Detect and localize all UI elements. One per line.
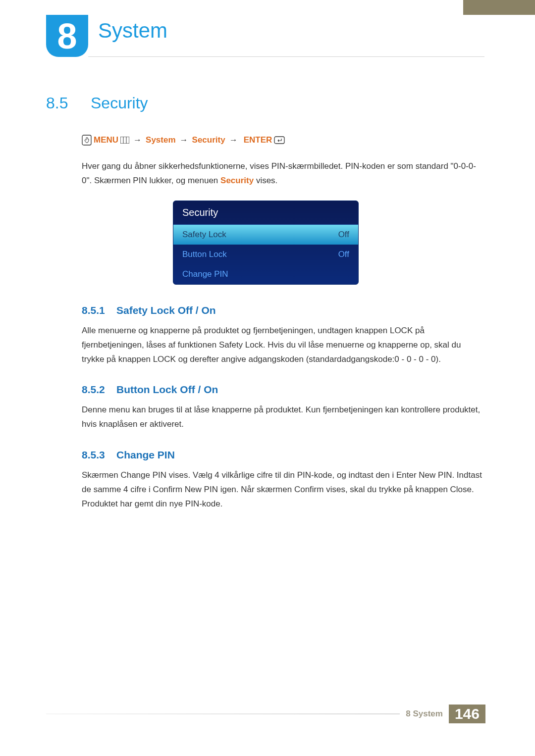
- menu-row-value: Off: [338, 230, 349, 240]
- subsection-heading: 8.5.1 Safety Lock Off / On: [82, 304, 485, 316]
- subsection-heading: 8.5.2 Button Lock Off / On: [82, 384, 485, 396]
- lock-word-2: LOCK: [153, 354, 176, 364]
- text: igen. Når skærmen Confirm vises, skal du…: [218, 485, 450, 494]
- menu-row-change-pin[interactable]: Change PIN: [173, 264, 358, 284]
- menu-row-label: Button Lock: [182, 250, 227, 259]
- svg-rect-1: [120, 137, 129, 144]
- subsection-title: Button Lock Off / On: [116, 384, 218, 396]
- intro-security-word: Security: [220, 176, 254, 185]
- subsection-number: 8.5.2: [82, 384, 116, 396]
- top-accent-bar: [463, 0, 535, 15]
- footer-page-number: 146: [449, 705, 485, 723]
- menu-row-safety-lock[interactable]: Safety Lock Off: [173, 225, 358, 245]
- text: og derefter angive adgangskoden (standar…: [176, 354, 441, 364]
- subsection-title: Safety Lock Off / On: [116, 304, 216, 316]
- text: vises. Vælg 4 vilkårlige cifre til din P…: [166, 470, 396, 480]
- svg-rect-4: [274, 137, 284, 144]
- content-area: 8.5 Security MENU → System → Security → …: [46, 94, 485, 529]
- hand-click-icon: [82, 135, 92, 146]
- chapter-number: 8: [57, 18, 77, 54]
- menu-row-value: Off: [338, 250, 349, 259]
- section-title: Security: [91, 94, 148, 112]
- header-divider: [88, 56, 484, 57]
- text: Skærmen: [82, 470, 120, 480]
- close-word: Close: [450, 485, 472, 494]
- intro-text-a: Hver gang du åbner sikkerhedsfunktionern…: [82, 161, 476, 185]
- subsection-title: Change PIN: [116, 449, 175, 461]
- subsection-change-pin: 8.5.3 Change PIN Skærmen Change PIN vise…: [82, 449, 485, 511]
- subsection-paragraph: Skærmen Change PIN vises. Vælg 4 vilkårl…: [82, 468, 485, 511]
- subsection-number: 8.5.3: [82, 449, 116, 461]
- menu-panel-title: Security: [173, 201, 358, 225]
- security-menu-panel: Security Safety Lock Off Button Lock Off…: [173, 201, 359, 285]
- breadcrumb-arrow-3: →: [229, 135, 238, 145]
- intro-paragraph: Hver gang du åbner sikkerhedsfunktionern…: [82, 159, 485, 188]
- subsection-number: 8.5.1: [82, 304, 116, 316]
- breadcrumb-enter: ENTER: [244, 135, 272, 145]
- text: Denne menu kan bruges til at låse knappe…: [82, 405, 480, 429]
- menu-grid-icon: [120, 137, 129, 144]
- subsection-safety-lock: 8.5.1 Safety Lock Off / On Alle menuerne…: [82, 304, 485, 367]
- page-footer: 8 System 146: [46, 704, 485, 724]
- breadcrumb-system: System: [146, 135, 175, 145]
- footer-chapter-label: 8 System: [406, 709, 443, 719]
- subsection-paragraph: Denne menu kan bruges til at låse knappe…: [82, 403, 485, 432]
- change-pin-word: Change PIN: [120, 470, 166, 480]
- lock-word: LOCK: [390, 326, 413, 335]
- menu-row-button-lock[interactable]: Button Lock Off: [173, 245, 358, 264]
- chapter-title: System: [98, 19, 167, 43]
- enter-new-pin-word: Enter New PIN: [396, 470, 452, 480]
- section-number: 8.5: [46, 94, 91, 112]
- text: Alle menuerne og knapperne på produktet …: [82, 326, 390, 335]
- subsection-heading: 8.5.3 Change PIN: [82, 449, 485, 461]
- menu-row-label: Safety Lock: [182, 230, 226, 240]
- confirm-new-pin-word: Confirm New PIN: [153, 485, 218, 494]
- breadcrumb-arrow-2: →: [180, 135, 188, 145]
- breadcrumb: MENU → System → Security → ENTER: [82, 135, 485, 146]
- intro-text-c: vises.: [254, 176, 277, 185]
- enter-icon: [274, 136, 285, 144]
- breadcrumb-arrow-1: →: [133, 135, 142, 145]
- subsection-button-lock: 8.5.2 Button Lock Off / On Denne menu ka…: [82, 384, 485, 432]
- chapter-number-tab: 8: [46, 15, 88, 57]
- breadcrumb-menu: MENU: [94, 135, 118, 145]
- section-heading: 8.5 Security: [46, 94, 485, 112]
- footer-bar: [46, 713, 400, 714]
- breadcrumb-security: Security: [192, 135, 225, 145]
- svg-rect-0: [82, 135, 91, 145]
- menu-row-label: Change PIN: [182, 269, 228, 279]
- subsection-paragraph: Alle menuerne og knapperne på produktet …: [82, 324, 485, 367]
- safety-lock-word: Safety Lock: [219, 340, 263, 350]
